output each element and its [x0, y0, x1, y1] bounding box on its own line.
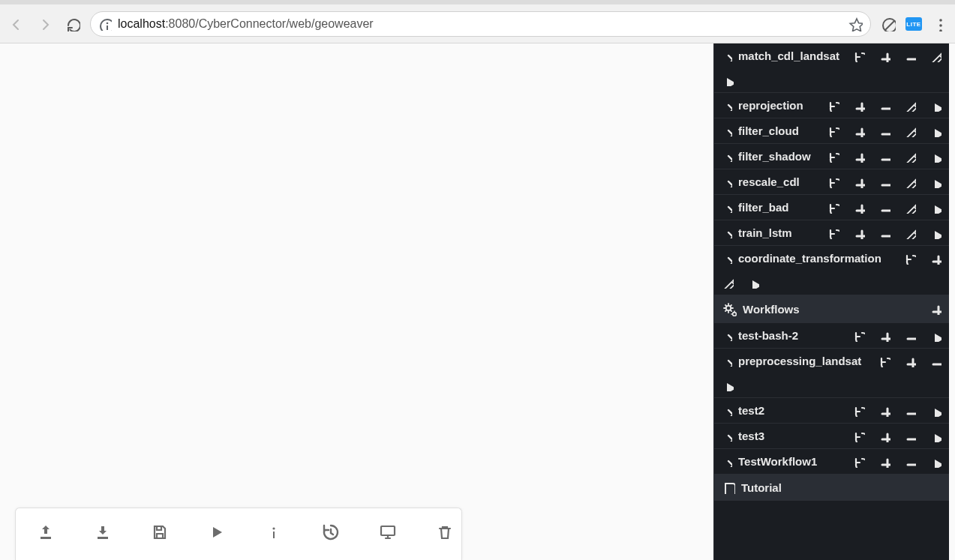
edit-icon[interactable]	[904, 100, 916, 112]
process-item[interactable]: rescale_cdl	[714, 169, 949, 195]
history-icon[interactable]	[827, 202, 839, 214]
delete-button[interactable]	[436, 523, 458, 546]
remove-icon[interactable]	[929, 355, 941, 367]
reload-icon[interactable]	[62, 13, 84, 35]
history-icon[interactable]	[878, 355, 890, 367]
back-icon[interactable]	[5, 13, 27, 35]
edit-icon[interactable]	[904, 125, 916, 137]
play-icon[interactable]	[929, 456, 941, 468]
workflow-actions	[853, 330, 941, 342]
workflow-item[interactable]: TestWorkflow1	[714, 449, 949, 475]
play-icon[interactable]	[929, 176, 941, 188]
edit-icon[interactable]	[929, 50, 941, 62]
add-icon[interactable]	[853, 100, 865, 112]
workflow-item[interactable]: test2	[714, 398, 949, 424]
process-label: train_lstm	[738, 226, 792, 239]
add-icon[interactable]	[853, 125, 865, 137]
process-label: filter_cloud	[738, 124, 799, 137]
add-icon[interactable]	[878, 330, 890, 342]
play-icon[interactable]	[722, 74, 734, 86]
remove-icon[interactable]	[878, 227, 890, 239]
play-icon[interactable]	[929, 430, 941, 442]
history-icon[interactable]	[853, 456, 865, 468]
add-icon[interactable]	[853, 151, 865, 163]
history-icon[interactable]	[853, 50, 865, 62]
play-icon[interactable]	[929, 330, 941, 342]
history-icon[interactable]	[827, 151, 839, 163]
add-icon[interactable]	[853, 227, 865, 239]
add-icon[interactable]	[853, 202, 865, 214]
remove-icon[interactable]	[904, 330, 916, 342]
history-icon[interactable]	[853, 330, 865, 342]
site-info-icon[interactable]	[98, 17, 112, 31]
remove-icon[interactable]	[878, 100, 890, 112]
add-icon[interactable]	[878, 456, 890, 468]
history-icon[interactable]	[904, 253, 916, 265]
workflow-item[interactable]: test-bash-2	[714, 323, 949, 349]
play-icon[interactable]	[929, 151, 941, 163]
process-item[interactable]: reprojection	[714, 93, 949, 118]
tutorial-link[interactable]: Tutorial	[714, 475, 949, 501]
lite-extension-badge[interactable]: LITE	[905, 17, 922, 31]
edit-icon[interactable]	[904, 151, 916, 163]
remove-icon[interactable]	[904, 405, 916, 417]
info-button[interactable]	[265, 523, 287, 546]
add-icon[interactable]	[904, 355, 916, 367]
play-icon[interactable]	[929, 125, 941, 137]
history-icon[interactable]	[827, 227, 839, 239]
history-icon[interactable]	[853, 405, 865, 417]
add-icon[interactable]	[853, 176, 865, 188]
workflow-item[interactable]: preprocessing_landsat	[714, 349, 949, 398]
workflows-header-label: Workflows	[743, 303, 800, 316]
address-bar[interactable]: localhost:8080/CyberConnector/web/geowea…	[90, 11, 871, 37]
remove-icon[interactable]	[878, 151, 890, 163]
play-icon[interactable]	[929, 202, 941, 214]
process-item[interactable]: train_lstm	[714, 220, 949, 246]
history-icon[interactable]	[827, 125, 839, 137]
workflow-actions	[878, 355, 941, 367]
edit-icon[interactable]	[722, 277, 734, 289]
run-button[interactable]	[208, 523, 230, 546]
process-label: rescale_cdl	[738, 175, 800, 188]
forward-icon[interactable]	[33, 13, 56, 35]
download-button[interactable]	[94, 523, 116, 546]
remove-icon[interactable]	[878, 176, 890, 188]
history-icon[interactable]	[853, 430, 865, 442]
history-button[interactable]	[322, 523, 344, 546]
remove-icon[interactable]	[904, 456, 916, 468]
add-icon[interactable]	[878, 50, 890, 62]
edit-icon[interactable]	[904, 202, 916, 214]
add-icon[interactable]	[878, 430, 890, 442]
remove-icon[interactable]	[878, 202, 890, 214]
play-icon[interactable]	[747, 277, 759, 289]
save-button[interactable]	[151, 523, 173, 546]
upload-button[interactable]	[37, 523, 59, 546]
play-icon[interactable]	[929, 227, 941, 239]
remove-icon[interactable]	[878, 125, 890, 137]
adblock-icon[interactable]	[877, 13, 899, 35]
remove-icon[interactable]	[904, 430, 916, 442]
process-item[interactable]: filter_shadow	[714, 144, 949, 169]
play-icon[interactable]	[929, 100, 941, 112]
bookmark-star-icon[interactable]	[848, 16, 863, 31]
add-icon[interactable]	[929, 253, 941, 265]
add-icon[interactable]	[878, 405, 890, 417]
play-icon[interactable]	[929, 405, 941, 417]
workflow-item[interactable]: test3	[714, 424, 949, 449]
monitor-button[interactable]	[379, 523, 401, 546]
process-item[interactable]: match_cdl_landsat	[714, 43, 949, 93]
remove-icon[interactable]	[904, 50, 916, 62]
process-item[interactable]: filter_bad	[714, 195, 949, 220]
process-item[interactable]: filter_cloud	[714, 118, 949, 144]
edit-icon[interactable]	[904, 227, 916, 239]
gears-icon	[722, 301, 737, 316]
chrome-menu-icon[interactable]	[928, 13, 950, 35]
process-actions	[827, 227, 941, 239]
workflows-header[interactable]: Workflows	[714, 295, 949, 323]
edit-icon[interactable]	[904, 176, 916, 188]
add-workflow-icon[interactable]	[929, 303, 941, 315]
process-item[interactable]: coordinate_transformation	[714, 246, 949, 295]
play-icon[interactable]	[722, 379, 734, 391]
history-icon[interactable]	[827, 176, 839, 188]
history-icon[interactable]	[827, 100, 839, 112]
